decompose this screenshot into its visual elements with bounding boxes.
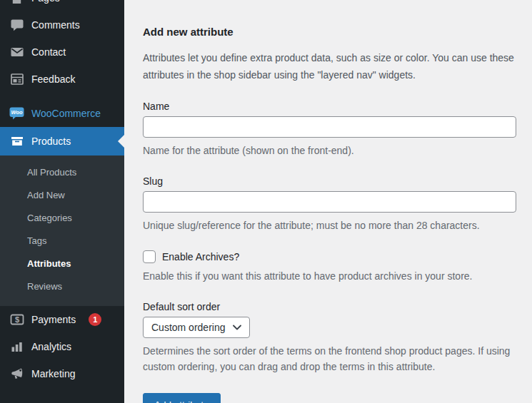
add-attribute-button[interactable]: Add attribute xyxy=(143,393,221,403)
woocommerce-icon: Woo xyxy=(9,106,24,121)
sort-order-selected-value: Custom ordering xyxy=(151,322,226,333)
sidebar-item-label: Marketing xyxy=(31,368,75,379)
products-icon xyxy=(9,134,24,148)
name-field-group: Name Name for the attribute (shown on th… xyxy=(143,101,516,158)
wp-admin-window: Pages Comments Contact Feedback Woo xyxy=(0,0,532,403)
sidebar-item-label: Feedback xyxy=(31,73,75,85)
sidebar-item-pages[interactable]: Pages xyxy=(0,0,124,11)
add-attribute-panel: Add new attribute Attributes let you def… xyxy=(124,0,532,403)
feedback-icon xyxy=(9,72,24,86)
submenu-label: Reviews xyxy=(27,281,62,292)
enable-archives-label[interactable]: Enable Archives? xyxy=(162,251,239,262)
slug-input[interactable] xyxy=(143,191,516,213)
sidebar-item-contact[interactable]: Contact xyxy=(0,39,124,66)
enable-archives-checkbox[interactable] xyxy=(143,250,156,263)
chevron-down-icon xyxy=(233,325,241,330)
pages-icon xyxy=(9,0,24,5)
marketing-icon xyxy=(9,367,24,381)
name-input[interactable] xyxy=(143,116,516,138)
sidebar-item-payments[interactable]: $ Payments 1 xyxy=(0,306,124,333)
sidebar-item-products[interactable]: Products xyxy=(0,127,124,155)
sidebar-item-label: Payments xyxy=(31,314,76,325)
active-menu-arrow xyxy=(118,135,124,148)
sidebar-item-feedback[interactable]: Feedback xyxy=(0,66,124,93)
notification-badge: 1 xyxy=(89,313,101,326)
sidebar-item-label: Analytics xyxy=(31,341,71,352)
payments-icon: $ xyxy=(9,312,24,327)
sort-order-select[interactable]: Custom ordering xyxy=(143,317,250,338)
enable-archives-row: Enable Archives? xyxy=(143,250,516,263)
svg-text:Woo: Woo xyxy=(11,109,23,116)
submenu-label: Categories xyxy=(27,213,72,223)
sort-order-label: Default sort order xyxy=(143,301,516,312)
slug-field-group: Slug Unique slug/reference for the attri… xyxy=(143,175,516,233)
svg-text:$: $ xyxy=(14,315,19,324)
submenu-label: Attributes xyxy=(27,258,71,269)
enable-archives-help-text: Enable this if you want this attribute t… xyxy=(143,268,516,284)
submenu-label: All Products xyxy=(27,167,76,178)
submenu-item-all-products[interactable]: All Products xyxy=(0,160,124,183)
sidebar-item-label: Pages xyxy=(31,0,60,4)
enable-archives-group: Enable Archives? Enable this if you want… xyxy=(143,250,516,284)
sidebar-item-comments[interactable]: Comments xyxy=(0,11,124,39)
page-title: Add new attribute xyxy=(143,26,516,38)
sort-order-help-text: Determines the sort order of the terms o… xyxy=(143,343,516,374)
contact-icon xyxy=(9,45,24,59)
admin-sidebar: Pages Comments Contact Feedback Woo xyxy=(0,0,124,403)
submenu-label: Tags xyxy=(27,235,46,246)
sidebar-item-label: Comments xyxy=(31,19,80,31)
sidebar-item-marketing[interactable]: Marketing xyxy=(0,360,124,387)
analytics-icon xyxy=(9,340,24,354)
submenu-item-attributes[interactable]: Attributes xyxy=(0,252,124,275)
products-submenu: All Products Add New Categories Tags Att… xyxy=(0,155,124,306)
submenu-item-reviews[interactable]: Reviews xyxy=(0,275,124,297)
sidebar-item-label: Products xyxy=(31,136,71,147)
intro-text: Attributes let you define extra product … xyxy=(143,49,516,83)
submenu-item-add-new[interactable]: Add New xyxy=(0,183,124,206)
sidebar-item-label: WooCommerce xyxy=(31,108,101,119)
submenu-item-tags[interactable]: Tags xyxy=(0,229,124,252)
slug-help-text: Unique slug/reference for the attribute;… xyxy=(143,218,516,233)
submenu-label: Add New xyxy=(27,190,65,200)
sidebar-item-analytics[interactable]: Analytics xyxy=(0,333,124,360)
name-label: Name xyxy=(143,101,516,112)
menu-separator xyxy=(0,93,124,100)
comments-icon xyxy=(9,18,24,32)
sort-order-group: Default sort order Custom ordering Deter… xyxy=(143,301,516,374)
slug-label: Slug xyxy=(143,175,516,187)
sidebar-item-label: Contact xyxy=(31,46,66,58)
sidebar-item-woocommerce[interactable]: Woo WooCommerce xyxy=(0,100,124,127)
submenu-item-categories[interactable]: Categories xyxy=(0,206,124,229)
name-help-text: Name for the attribute (shown on the fro… xyxy=(143,143,516,158)
